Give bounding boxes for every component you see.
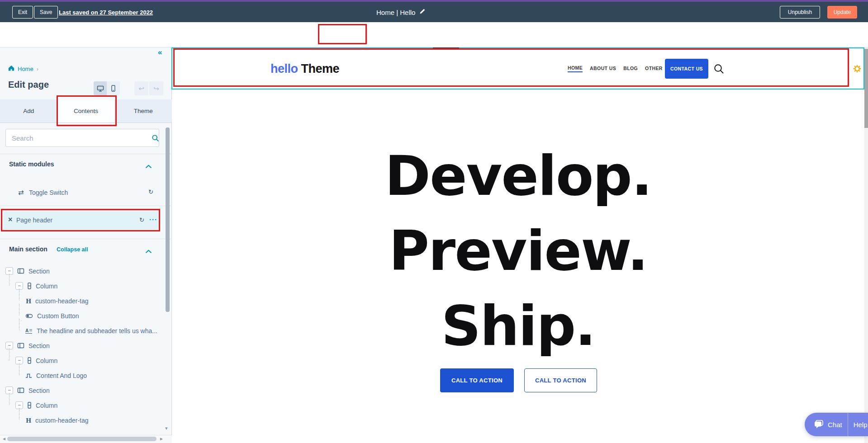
tree-item-label[interactable]: Column bbox=[36, 357, 57, 364]
section-icon bbox=[17, 268, 24, 274]
sidebar-tab-theme[interactable]: Theme bbox=[114, 99, 172, 123]
mobile-view-button[interactable] bbox=[107, 81, 120, 95]
home-icon bbox=[8, 65, 14, 73]
tree-item-custom-header-tag[interactable]: Hcustom-header-tag bbox=[0, 413, 166, 428]
page-title: Home | Hello bbox=[376, 9, 415, 16]
scroll-right-arrow-icon[interactable]: ► bbox=[159, 436, 164, 441]
search-box bbox=[5, 129, 159, 147]
tree-item-column[interactable]: −Column bbox=[0, 398, 166, 413]
update-button[interactable]: Update bbox=[827, 6, 857, 19]
static-module-page-header[interactable]: × Page header ↻ ··· bbox=[4, 212, 159, 230]
tree-item-section[interactable]: −Section bbox=[0, 383, 166, 398]
tree-item-custom-header-tag[interactable]: Hcustom-header-tag bbox=[0, 293, 166, 308]
widget-divider bbox=[848, 413, 848, 436]
divider bbox=[0, 206, 172, 206]
chat-button[interactable]: Chat bbox=[828, 421, 842, 429]
main-section-collapse-icon[interactable] bbox=[146, 247, 152, 255]
static-pin-icon: × bbox=[8, 216, 12, 224]
sidebar-tab-contents[interactable]: Contents bbox=[57, 99, 115, 123]
last-saved-link[interactable]: Last saved on 27 September 2022 bbox=[59, 9, 153, 16]
tree-item-column[interactable]: −Column bbox=[0, 278, 166, 293]
sync-icon[interactable]: ↻ bbox=[148, 189, 153, 195]
horizontal-scroll-thumb[interactable] bbox=[7, 437, 157, 441]
tree-item-section[interactable]: −Section bbox=[0, 338, 166, 353]
sidebar-tab-add[interactable]: Add bbox=[0, 99, 57, 123]
hero-line-preview: Preview. bbox=[172, 213, 864, 288]
search-icon[interactable] bbox=[152, 134, 159, 144]
hero-line-develop: Develop. bbox=[172, 138, 864, 213]
site-nav-home[interactable]: HOME bbox=[568, 65, 583, 72]
undo-redo-group: ↩ ↪ bbox=[134, 81, 163, 95]
module-settings-gear-icon[interactable] bbox=[853, 65, 861, 75]
desktop-view-button[interactable] bbox=[94, 81, 107, 95]
tree-item-label[interactable]: custom-header-tag bbox=[35, 417, 89, 424]
column-icon bbox=[27, 402, 32, 409]
editor-toolbar: Run a test ContentSettingsOptimizePublis… bbox=[0, 22, 868, 47]
static-modules-collapse-icon[interactable] bbox=[146, 162, 152, 170]
tree-item-label[interactable]: Custom Button bbox=[37, 312, 79, 320]
tree-item-custom-button[interactable]: Custom Button bbox=[0, 308, 166, 323]
device-toggle bbox=[94, 81, 120, 95]
tree-item-label[interactable]: Column bbox=[36, 402, 57, 409]
tree-item-column[interactable]: −Column bbox=[0, 353, 166, 368]
swap-arrows-icon: ⇄ bbox=[18, 189, 24, 197]
undo-button[interactable]: ↩ bbox=[134, 81, 148, 95]
preview-scrollbar-thumb[interactable] bbox=[864, 49, 868, 128]
help-button[interactable]: Help bbox=[854, 421, 868, 429]
search-input[interactable] bbox=[12, 134, 143, 142]
divider bbox=[0, 239, 172, 239]
content-tree: −Section−ColumnHcustom-header-tagCustom … bbox=[0, 264, 166, 428]
edit-title-pencil-icon[interactable] bbox=[419, 8, 426, 16]
scroll-down-arrow-icon[interactable]: ▾ bbox=[165, 425, 168, 431]
tree-item-label[interactable]: The headline and subheader tells us wha.… bbox=[37, 327, 157, 335]
svg-text:H: H bbox=[26, 417, 31, 424]
redo-button[interactable]: ↪ bbox=[149, 81, 163, 95]
hubspot-page-editor: Exit Save Last saved on 27 September 202… bbox=[0, 0, 868, 443]
tree-item-label[interactable]: Content And Logo bbox=[36, 372, 87, 379]
logo-hello: hello bbox=[270, 62, 298, 76]
module-label[interactable]: Toggle Switch bbox=[29, 189, 68, 196]
tree-item-the-headline-and-subheader-tells-us-wha[interactable]: AThe headline and subheader tells us wha… bbox=[0, 323, 166, 338]
tree-item-label[interactable]: Section bbox=[28, 387, 50, 394]
collapse-sidebar-icon[interactable]: « bbox=[158, 48, 162, 57]
sync-icon[interactable]: ↻ bbox=[139, 217, 144, 223]
sidebar-vertical-scrollbar[interactable] bbox=[166, 127, 170, 312]
cta-button-primary[interactable]: CALL TO ACTION bbox=[440, 368, 514, 392]
svg-text:H: H bbox=[26, 298, 31, 304]
page-title-wrap: Home | Hello bbox=[376, 7, 426, 17]
tree-item-label[interactable]: Section bbox=[28, 268, 50, 275]
header-icon: H bbox=[25, 298, 31, 304]
breadcrumb-home[interactable]: Home bbox=[18, 66, 33, 72]
module-handle[interactable] bbox=[433, 47, 459, 50]
site-nav-blog[interactable]: BLOG bbox=[623, 66, 638, 72]
site-logo[interactable]: hello Theme bbox=[270, 48, 339, 89]
edit-page-heading: Edit page bbox=[8, 80, 49, 90]
section-icon bbox=[17, 343, 24, 349]
breadcrumb[interactable]: Home › bbox=[8, 65, 38, 73]
scroll-left-arrow-icon[interactable]: ◄ bbox=[2, 436, 6, 441]
site-nav-about-us[interactable]: ABOUT US bbox=[590, 66, 616, 72]
tree-item-label[interactable]: Section bbox=[28, 342, 50, 349]
tree-item-label[interactable]: Column bbox=[36, 283, 57, 290]
static-modules-heading: Static modules bbox=[9, 160, 54, 168]
contact-us-button[interactable]: CONTACT US bbox=[665, 59, 708, 79]
static-module-toggle-switch[interactable]: ⇄ Toggle Switch ↻ bbox=[0, 185, 172, 201]
hero-line-ship: Ship. bbox=[172, 288, 864, 363]
chat-bubble-icon bbox=[814, 420, 824, 429]
divider bbox=[0, 154, 172, 154]
site-search-icon[interactable] bbox=[714, 64, 724, 76]
tree-item-label[interactable]: custom-header-tag bbox=[35, 297, 89, 305]
cta-button-secondary[interactable]: CALL TO ACTION bbox=[524, 368, 597, 392]
site-nav: HOMEABOUT USBLOGOTHER bbox=[568, 59, 663, 79]
logo-theme: Theme bbox=[301, 62, 340, 76]
save-button[interactable]: Save bbox=[34, 6, 58, 19]
collapse-all-link[interactable]: Collapse all bbox=[57, 246, 88, 253]
exit-button[interactable]: Exit bbox=[12, 6, 33, 19]
tree-item-section[interactable]: −Section bbox=[0, 264, 166, 278]
site-nav-other[interactable]: OTHER bbox=[645, 66, 663, 72]
module-label[interactable]: Page header bbox=[16, 217, 52, 224]
unpublish-button[interactable]: Unpublish bbox=[780, 6, 820, 19]
tree-item-content-and-logo[interactable]: Content And Logo bbox=[0, 368, 166, 383]
more-options-icon[interactable]: ··· bbox=[149, 216, 157, 223]
column-icon bbox=[27, 357, 32, 364]
